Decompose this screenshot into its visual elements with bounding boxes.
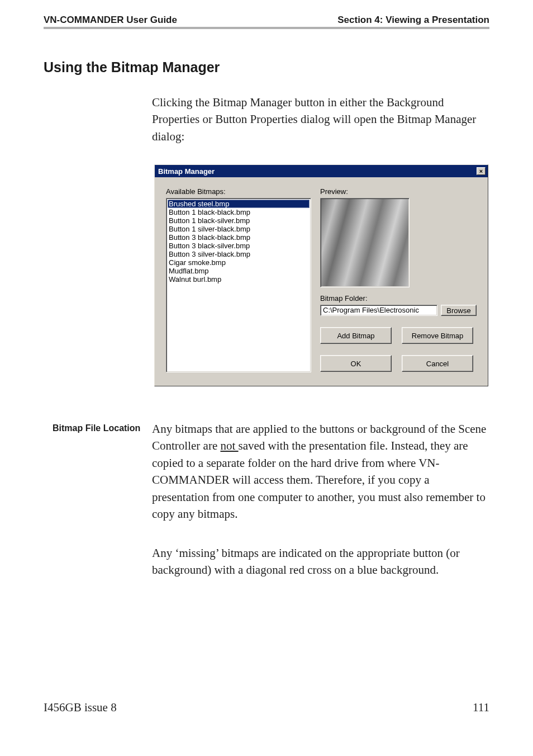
list-item[interactable]: Button 3 black-silver.bmp xyxy=(168,242,310,250)
dialog-body: Available Bitmaps: Brushed steel.bmpButt… xyxy=(155,177,488,386)
available-bitmaps-label: Available Bitmaps: xyxy=(166,187,311,196)
add-bitmap-button[interactable]: Add Bitmap xyxy=(320,327,392,344)
preview-label: Preview: xyxy=(320,187,477,196)
footer-page-number: 111 xyxy=(473,701,489,715)
bitmap-folder-label: Bitmap Folder: xyxy=(320,294,477,303)
list-item[interactable]: Button 1 black-silver.bmp xyxy=(168,216,310,225)
preview-image xyxy=(320,198,410,287)
page-header: VN-COMMANDER User Guide Section 4: Viewi… xyxy=(44,15,489,29)
para1-underlined-not: not xyxy=(220,439,238,452)
intro-paragraph: Clicking the Bitmap Manager button in ei… xyxy=(152,94,482,145)
paragraph-bitmap-file-location: Any bitmaps that are applied to the butt… xyxy=(152,420,487,523)
bitmap-folder-field[interactable]: C:\Program Files\Electrosonic xyxy=(320,305,437,316)
remove-bitmap-button[interactable]: Remove Bitmap xyxy=(402,327,473,344)
header-right: Section 4: Viewing a Presentation xyxy=(337,15,489,26)
list-item[interactable]: Button 3 silver-black.bmp xyxy=(168,250,310,258)
list-item[interactable]: Walnut burl.bmp xyxy=(168,275,310,284)
list-item[interactable]: Button 1 black-black.bmp xyxy=(168,208,310,216)
list-item[interactable]: Cigar smoke.bmp xyxy=(168,258,310,267)
close-icon[interactable]: × xyxy=(477,167,486,175)
list-item[interactable]: Button 3 black-black.bmp xyxy=(168,233,310,242)
list-item[interactable]: Brushed steel.bmp xyxy=(168,200,310,208)
dialog-title: Bitmap Manager xyxy=(158,167,215,176)
available-bitmaps-listbox[interactable]: Brushed steel.bmpButton 1 black-black.bm… xyxy=(166,198,311,372)
cancel-button[interactable]: Cancel xyxy=(402,355,473,372)
paragraph-missing-bitmaps: Any ‘missing’ bitmaps are indicated on t… xyxy=(152,545,487,579)
bitmap-manager-dialog: Bitmap Manager × Available Bitmaps: Brus… xyxy=(154,164,488,386)
page-title: Using the Bitmap Manager xyxy=(44,59,220,75)
browse-button[interactable]: Browse xyxy=(441,305,477,316)
list-item[interactable]: Button 1 silver-black.bmp xyxy=(168,225,310,233)
ok-button[interactable]: OK xyxy=(320,355,392,372)
sidebar-heading-bitmap-file-location: Bitmap File Location xyxy=(53,423,140,433)
dialog-titlebar: Bitmap Manager × xyxy=(155,165,488,177)
list-item[interactable]: Mudflat.bmp xyxy=(168,267,310,275)
footer-doc-id: I456GB issue 8 xyxy=(44,701,117,715)
header-left: VN-COMMANDER User Guide xyxy=(44,15,177,26)
